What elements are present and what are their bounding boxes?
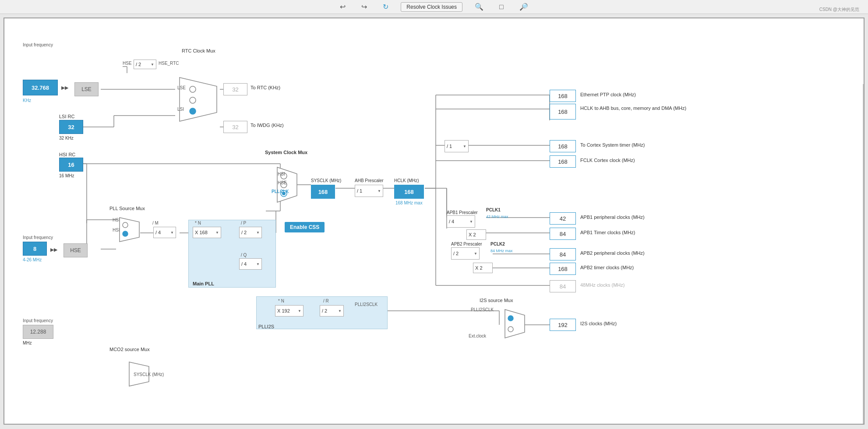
svg-marker-48 bbox=[180, 77, 217, 121]
hse-unit-label: 4-26 MHz bbox=[23, 257, 42, 262]
n-dropdown[interactable]: X 168 ▼ bbox=[193, 227, 221, 238]
eth-ptp-value: 168 bbox=[550, 90, 576, 102]
svg-point-58 bbox=[123, 222, 128, 228]
fit-btn[interactable]: □ bbox=[496, 1, 507, 13]
svg-point-61 bbox=[508, 316, 513, 321]
iwdg-output-label: To IWDG (KHz) bbox=[251, 123, 284, 128]
apb1-timer-label: APB1 Timer clocks (MHz) bbox=[580, 230, 635, 235]
enable-css-btn[interactable]: Enable CSS bbox=[285, 222, 325, 232]
pll-src-mux-label: PLL Source Mux bbox=[109, 206, 145, 211]
lse-unit-label: KHz bbox=[23, 98, 31, 103]
sysclk-label: SYSCLK (MHz) bbox=[311, 178, 341, 183]
rtc-mux-shape bbox=[175, 75, 221, 123]
mco2-mux-label: MCO2 source Mux bbox=[109, 347, 150, 352]
ext-unit-label: MHz bbox=[23, 341, 32, 345]
apb1-timer-value: 84 bbox=[550, 228, 576, 240]
undo-btn[interactable]: ↩ bbox=[336, 1, 349, 13]
hse-div2-dropdown[interactable]: / 2 ▼ bbox=[134, 60, 156, 69]
pll-src-mux-shape bbox=[117, 215, 141, 244]
apb2-prescaler-label: APB2 Prescaler bbox=[451, 242, 482, 246]
ahb-core-value: 168 bbox=[550, 104, 576, 120]
q-dropdown[interactable]: / 4 ▼ bbox=[239, 258, 262, 270]
ext-input-freq-label: Input frequency bbox=[23, 318, 53, 323]
pclk1-max-label: 42 MHz max bbox=[486, 214, 508, 219]
rtc-output-label: To RTC (KHz) bbox=[251, 85, 280, 90]
sysclk-value: 168 bbox=[311, 185, 335, 199]
q-label: / Q bbox=[241, 253, 247, 257]
hse-input-freq-label: Input frequency bbox=[23, 235, 53, 240]
hclk-max-label: 168 MHz max bbox=[395, 200, 423, 205]
i2s-label: I2S clocks (MHz) bbox=[580, 321, 617, 326]
sys-mux-hsi: HSI bbox=[278, 172, 285, 176]
plli2s-r-label: / R bbox=[323, 299, 329, 303]
mco2-sysclk-label: SYSCLK (MHz) bbox=[134, 372, 164, 377]
hse-value-input[interactable]: 8 bbox=[23, 242, 47, 256]
48mhz-label: 48MHz clocks (MHz) bbox=[580, 282, 625, 288]
apb1-prescaler-dropdown[interactable]: / 4 ▼ bbox=[447, 215, 475, 228]
hsi-value-input[interactable]: 16 bbox=[59, 158, 83, 172]
ahb-core-label: HCLK to AHB bus, core, memory and DMA (M… bbox=[580, 105, 686, 111]
apb2-timer-x2: X 2 bbox=[473, 263, 493, 273]
eth-ptp-label: Ethernet PTP clock (MHz) bbox=[580, 92, 636, 97]
lse-input-freq-label: Input frequency bbox=[23, 42, 53, 47]
watermark: CSDN @大神的见范 bbox=[819, 7, 859, 13]
zoom-in-btn[interactable]: 🔍 bbox=[471, 1, 487, 13]
diagram-area: Input frequency 32.768 KHz ▶▶ LSE LSI RC… bbox=[4, 18, 864, 425]
lse-mux-label: LSE bbox=[177, 85, 186, 90]
pclk2-max-label: 84 MHz max bbox=[490, 249, 513, 253]
svg-point-50 bbox=[190, 97, 196, 103]
ahb-prescaler-dropdown[interactable]: / 1 ▼ bbox=[355, 185, 383, 197]
svg-point-51 bbox=[190, 108, 196, 114]
pclk1-label: PCLK1 bbox=[486, 207, 501, 212]
p-dropdown[interactable]: / 2 ▼ bbox=[239, 227, 262, 238]
apb2-timer-label: APB2 timer clocks (MHz) bbox=[580, 265, 634, 270]
plli2s-n-label: * N bbox=[278, 299, 284, 303]
svg-marker-57 bbox=[120, 218, 139, 242]
rtc-output-value: 32 bbox=[223, 83, 247, 95]
plli2s-label: PLLI2S bbox=[258, 324, 274, 329]
fclk-label: FCLK Cortex clock (MHz) bbox=[580, 158, 635, 163]
iwdg-output-value: 32 bbox=[223, 121, 247, 133]
48mhz-value: 84 bbox=[550, 280, 576, 292]
fclk-value: 168 bbox=[550, 155, 576, 168]
zoom-out-btn[interactable]: 🔎 bbox=[516, 1, 532, 13]
i2s-value: 192 bbox=[550, 319, 576, 331]
n-label: * N bbox=[195, 221, 201, 225]
lsi-mux-label: LSI bbox=[177, 107, 184, 112]
pclk2-label: PCLK2 bbox=[490, 242, 505, 246]
ext-clock-label: Ext.clock bbox=[469, 334, 486, 338]
lsi-rc-label: LSI RC bbox=[59, 114, 74, 119]
resolve-clock-btn[interactable]: Resolve Clock Issues bbox=[401, 2, 462, 12]
ext-value-input[interactable]: 12.288 bbox=[23, 325, 53, 339]
redo-btn[interactable]: ↪ bbox=[358, 1, 370, 13]
apb2-prescaler-dropdown[interactable]: / 2 ▼ bbox=[451, 247, 480, 260]
lse-value-input[interactable]: 32.768 bbox=[23, 80, 58, 95]
plli2sclk-label: PLLI2SCLK bbox=[355, 302, 378, 307]
sys-mux-hse: HSE bbox=[278, 180, 287, 185]
lsi-value-input[interactable]: 32 bbox=[59, 120, 83, 134]
plli2sclk-mux-label: PLLI2SCLK bbox=[471, 307, 494, 312]
apb2-periph-value: 84 bbox=[550, 248, 576, 260]
apb2-timer-value: 168 bbox=[550, 263, 576, 275]
svg-marker-60 bbox=[505, 309, 525, 338]
lsi-unit-label: 32 KHz bbox=[59, 136, 74, 141]
plli2s-r-dropdown[interactable]: / 2 ▼ bbox=[320, 305, 344, 316]
hse-rtc-label: HSE_RTC bbox=[159, 61, 179, 66]
lse-chip: LSE bbox=[74, 82, 99, 96]
apb1-periph-label: APB1 peripheral clocks (MHz) bbox=[580, 214, 645, 220]
i2s-mux-label: I2S source Mux bbox=[480, 298, 513, 303]
cortex-div-dropdown[interactable]: / 1 ▼ bbox=[445, 140, 469, 152]
refresh-btn[interactable]: ↻ bbox=[379, 1, 392, 13]
apb1-prescaler-label: APB1 Prescaler bbox=[447, 210, 478, 215]
hse-arrows: ▶▶ bbox=[50, 247, 57, 253]
m-dropdown[interactable]: / 4 ▼ bbox=[153, 227, 176, 238]
p-label: / P bbox=[241, 221, 246, 225]
plli2s-n-dropdown[interactable]: X 192 ▼ bbox=[275, 305, 303, 316]
hse-label-rtc: HSE bbox=[123, 61, 132, 66]
hclk-label: HCLK (MHz) bbox=[394, 178, 419, 183]
cortex-timer-value: 168 bbox=[550, 140, 576, 152]
rtc-mux-label: RTC Clock Mux bbox=[182, 48, 215, 53]
hse-chip: HSE bbox=[64, 243, 88, 257]
svg-point-49 bbox=[190, 86, 196, 92]
sys-mux-pllclk: PLLCLK bbox=[272, 189, 289, 194]
